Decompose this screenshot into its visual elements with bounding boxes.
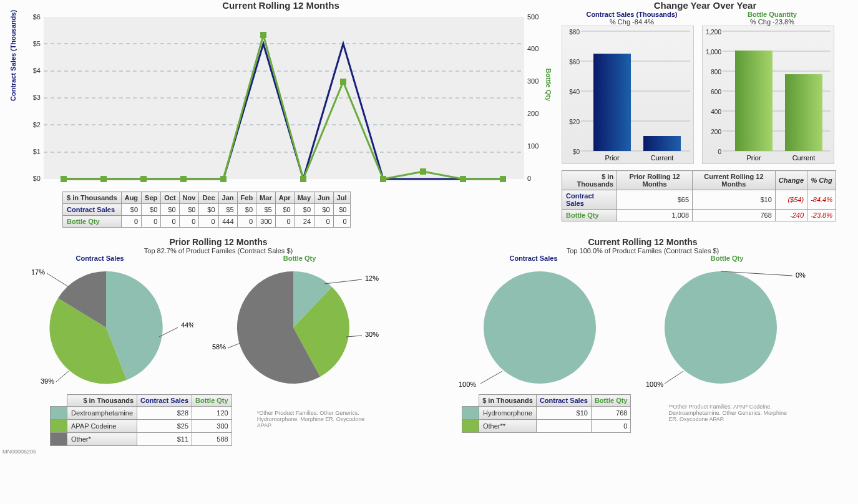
- rolling-qty-cell: 24: [294, 216, 314, 228]
- svg-text:0: 0: [718, 148, 721, 155]
- rolling-data-table: $ in ThousandsAugSepOctNovDecJanFebMarAp…: [62, 191, 351, 228]
- row-sales: $10: [536, 407, 591, 420]
- svg-text:300: 300: [527, 77, 539, 85]
- rolling-month: Jul: [333, 192, 350, 204]
- svg-text:Prior: Prior: [605, 154, 620, 162]
- row-sales: [536, 420, 591, 433]
- svg-text:100: 100: [527, 142, 539, 150]
- svg-line-68: [47, 273, 69, 287]
- svg-text:100%: 100%: [459, 380, 476, 388]
- curr-note: **Other Product Families: APAP Codeine. …: [668, 404, 793, 422]
- yoy-qty-label: Bottle Qty: [562, 210, 617, 221]
- rolling-month: Nov: [179, 192, 199, 204]
- row-sales: $25: [137, 420, 192, 433]
- svg-text:$4: $4: [33, 67, 41, 74]
- yoy-sales-pct: -84.4%: [807, 190, 836, 210]
- svg-rect-27: [380, 176, 386, 182]
- prior-pie-title: Prior Rolling 12 Months: [0, 237, 437, 247]
- yoy-sales-current: $10: [693, 190, 776, 210]
- rolling-qty-cell: 0: [179, 216, 199, 228]
- rolling-row-sales-label: Contract Sales: [63, 204, 122, 216]
- table-row: Hydromorphone $10 768: [462, 407, 631, 420]
- prior-qty-pie: 12% 30% 58%: [206, 262, 393, 393]
- rolling-qty-cell: 0: [161, 216, 179, 228]
- svg-rect-19: [61, 176, 67, 182]
- yoy-qty-title: Bottle Quantity: [702, 11, 842, 18]
- svg-text:Current: Current: [651, 154, 674, 162]
- yoy-qty-bar: 02004006008001,0001,200 Prior Current: [702, 26, 834, 164]
- rolling-month: Jun: [314, 192, 334, 204]
- row-name: APAP Codeine: [67, 420, 137, 433]
- rolling-row-qty-label: Bottle Qty: [63, 216, 122, 228]
- prior-sales-pie-title: Contract Sales: [0, 254, 200, 262]
- svg-text:$3: $3: [33, 94, 41, 101]
- rolling-qty-cell: 0: [314, 216, 334, 228]
- rolling-sales-cell: $0: [333, 204, 350, 216]
- svg-rect-30: [500, 176, 506, 182]
- curr-sales-pie-title: Contract Sales: [437, 254, 630, 262]
- prior-pie-sub: Top 82.7% of Product Familes (Contract S…: [0, 247, 437, 254]
- rolling-month: Aug: [121, 192, 141, 204]
- curr-qty-pie: 100% 0%: [633, 262, 821, 393]
- svg-point-75: [484, 271, 596, 384]
- svg-text:$0: $0: [33, 175, 41, 182]
- svg-text:$20: $20: [569, 119, 580, 125]
- rolling-qty-cell: 444: [218, 216, 237, 228]
- yoy-table: $ in Thousands Prior Rolling 12 Months C…: [562, 170, 836, 221]
- prior-th1: Contract Sales: [137, 395, 192, 407]
- svg-text:500: 500: [527, 13, 539, 21]
- swatch-icon: [462, 407, 479, 420]
- yoy-th1: Prior Rolling 12 Months: [617, 171, 693, 190]
- svg-text:1,000: 1,000: [706, 49, 721, 56]
- yoy-qty-change: -240: [775, 210, 807, 221]
- svg-text:600: 600: [711, 89, 721, 95]
- curr-pie-sub: Top 100.0% of Product Familes (Contract …: [437, 247, 849, 254]
- row-sales: $28: [137, 407, 192, 420]
- svg-text:39%: 39%: [41, 377, 54, 385]
- rolling-qty-cell: 0: [199, 216, 218, 228]
- rolling-sales-cell: $0: [142, 204, 161, 216]
- yoy-qty-prior: 1,008: [617, 210, 693, 221]
- svg-text:$60: $60: [569, 59, 580, 65]
- rolling-sales-cell: $5: [218, 204, 237, 216]
- yaxis-left-label: Contract Sales (Thousands): [9, 10, 17, 101]
- prior-qty-pie-title: Bottle Qty: [200, 254, 399, 262]
- svg-text:1,200: 1,200: [706, 29, 721, 36]
- svg-rect-42: [643, 136, 681, 151]
- svg-text:$80: $80: [569, 29, 580, 36]
- table-row: Other** 0: [462, 420, 631, 433]
- svg-rect-29: [460, 176, 466, 182]
- svg-text:800: 800: [711, 69, 721, 75]
- svg-line-72: [324, 279, 362, 284]
- row-qty: 588: [192, 433, 232, 446]
- rolling-sales-cell: $5: [256, 204, 276, 216]
- svg-text:$2: $2: [33, 121, 41, 128]
- svg-text:$6: $6: [33, 13, 41, 21]
- curr-th1: Contract Sales: [536, 395, 591, 407]
- swatch-icon: [51, 420, 67, 433]
- swatch-icon: [51, 407, 67, 420]
- svg-rect-24: [260, 32, 266, 38]
- rolling-hdr-unit: $ in Thousands: [63, 192, 122, 204]
- svg-line-74: [228, 343, 240, 348]
- curr-th0: $ in Thousands: [479, 395, 537, 407]
- svg-rect-60: [785, 74, 822, 151]
- rolling-sales-cell: $0: [179, 204, 199, 216]
- prior-note: *Other Product Families: Other Generics.…: [257, 410, 369, 429]
- yoy-th2: Current Rolling 12 Months: [693, 171, 776, 190]
- rolling-qty-cell: 0: [237, 216, 256, 228]
- rolling-month: Dec: [199, 192, 218, 204]
- rolling-title: Current Rolling 12 Months: [0, 0, 562, 11]
- svg-rect-25: [300, 176, 306, 182]
- yoy-sales-bar: $0$20$40$60$80 Prior Current: [562, 26, 694, 164]
- svg-text:100%: 100%: [646, 380, 663, 388]
- yoy-sales-change: ($54): [775, 190, 807, 210]
- rolling-sales-cell: $0: [121, 204, 141, 216]
- row-name: Hydromorphone: [479, 407, 537, 420]
- yoy-qty-current: 768: [693, 210, 776, 221]
- svg-text:400: 400: [527, 45, 539, 52]
- yoy-th0: $ in Thousands: [562, 171, 617, 190]
- svg-rect-20: [100, 176, 107, 182]
- table-row: Dextroamphetamine $28 120: [51, 407, 232, 420]
- row-name: Other*: [67, 433, 137, 446]
